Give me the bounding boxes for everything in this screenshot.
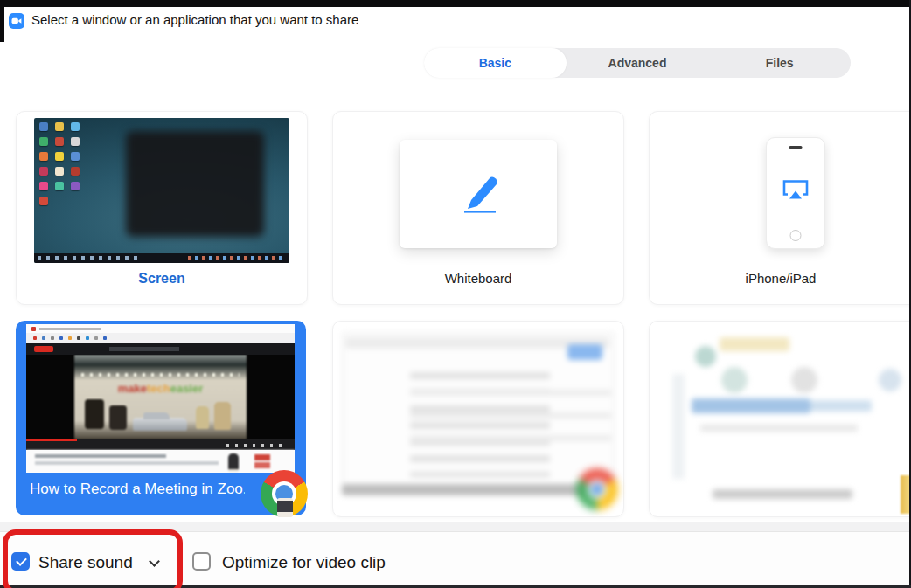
blurred-caption <box>342 484 590 495</box>
window-top-border <box>0 0 911 7</box>
bookmark-favicon-dot <box>68 336 72 340</box>
desktop-blurred-window <box>126 131 264 237</box>
tab-files[interactable]: Files <box>708 48 851 78</box>
blurred-sidebar <box>672 374 685 479</box>
chrome-icon <box>261 470 308 517</box>
bookmark-favicon-dot <box>51 336 54 340</box>
window-left-border <box>0 0 4 42</box>
scene-figurine <box>214 402 231 430</box>
video-title-word: make <box>118 382 147 395</box>
bookmark-favicon-dot <box>77 336 80 340</box>
string-lights <box>81 373 240 377</box>
screen-thumbnail <box>34 118 289 263</box>
tab-basic[interactable]: Basic <box>424 48 567 78</box>
desktop-icon-grid <box>39 122 80 205</box>
video-title-word: easier <box>170 382 204 395</box>
optimize-video-label[interactable]: Optimize for video clip <box>222 553 386 572</box>
tile-window-youtube-label: How to Record a Meeting in Zoo... <box>30 481 245 498</box>
desktop-icon <box>55 122 64 131</box>
tile-window-blurred-2[interactable] <box>649 321 911 517</box>
dialog-header: Select a window or an application that y… <box>0 7 911 42</box>
tab-advanced[interactable]: Advanced <box>567 48 709 78</box>
tile-window-blurred-1[interactable] <box>332 321 624 517</box>
share-sound-label[interactable]: Share sound <box>38 553 133 572</box>
video-player-area: maketecheasier <box>26 355 295 439</box>
blurred-icon-circle <box>879 369 901 391</box>
youtube-header <box>26 343 295 355</box>
scene-car <box>133 418 187 431</box>
desktop-icon <box>55 182 64 190</box>
dialog-title: Select a window or an application that y… <box>31 12 358 27</box>
desktop-icon <box>39 197 48 205</box>
bookmark-favicon-dot <box>94 336 98 340</box>
desktop-icon <box>39 167 48 176</box>
bookmark-favicon-dot <box>86 336 89 340</box>
chrome-icon <box>576 468 618 510</box>
video-scene: maketecheasier <box>74 355 246 439</box>
desktop-icon <box>71 122 80 131</box>
phone-home-button <box>790 230 802 241</box>
scene-figurine <box>196 406 209 429</box>
blurred-icon-circle <box>721 367 748 393</box>
blurred-window-content <box>650 322 911 516</box>
tile-whiteboard-label: Whiteboard <box>333 271 623 286</box>
tab-bar: Basic Advanced Files <box>424 48 851 78</box>
desktop-icon <box>71 152 80 161</box>
tile-screen[interactable]: Screen <box>16 111 308 305</box>
share-sound-checkbox[interactable] <box>11 552 30 571</box>
desktop-icon <box>39 152 48 161</box>
airplay-icon <box>782 179 810 205</box>
desktop-icon <box>55 152 64 161</box>
desktop-icon <box>39 182 48 190</box>
share-dialog: Select a window or an application that y… <box>0 0 911 588</box>
footer-bar: Share sound Optimize for video clip <box>0 531 911 586</box>
desktop-icon <box>39 122 48 131</box>
optimize-checkbox[interactable] <box>192 552 211 571</box>
desktop-icon <box>71 182 80 190</box>
blurred-yellow-bar <box>720 337 789 351</box>
scene-barrel <box>109 405 127 430</box>
whiteboard-card <box>400 140 557 248</box>
browser-thumbnail: maketecheasier <box>26 324 295 473</box>
desktop-taskbar <box>34 253 289 263</box>
blurred-logo-circle <box>695 346 716 367</box>
tile-iphone-ipad[interactable]: iPhone/iPad <box>649 111 911 305</box>
desktop-icon <box>71 137 80 146</box>
page-text-strip <box>26 450 295 473</box>
bookmark-favicon-dot <box>42 336 45 340</box>
blurred-blue-bar <box>810 400 872 412</box>
phone-graphic <box>766 137 825 249</box>
tile-iphone-label: iPhone/iPad <box>650 271 911 286</box>
blurred-icon-circle <box>791 367 817 393</box>
desktop-icon <box>39 137 48 146</box>
tile-screen-label: Screen <box>17 271 307 287</box>
penguin-figure <box>228 453 239 472</box>
thumbnail-figure-overlay <box>277 498 293 517</box>
zoom-camera-icon <box>9 13 24 29</box>
phone-speaker-slit <box>789 146 803 149</box>
blurred-blue-button <box>567 344 602 360</box>
bookmark-favicon-dot <box>103 336 107 340</box>
bookmarks-bar-dots <box>26 333 295 343</box>
blurred-caption <box>713 489 852 499</box>
pencil-icon <box>450 170 506 218</box>
bookmark-favicon-dot <box>59 336 63 340</box>
video-title-word: tech <box>147 382 170 395</box>
blurred-blue-bar <box>692 398 810 413</box>
tile-whiteboard[interactable]: Whiteboard <box>332 111 624 305</box>
browser-tab-strip <box>26 324 295 333</box>
video-title-text: maketecheasier <box>74 382 246 395</box>
player-controls-bar <box>26 439 295 450</box>
blurred-text-lines <box>410 390 611 442</box>
share-sound-dropdown-chevron-icon[interactable] <box>150 557 159 566</box>
desktop-icon <box>55 137 64 146</box>
tile-window-youtube[interactable]: maketecheasier How to Record a Meeting i… <box>16 321 306 515</box>
red-logo-mark <box>254 454 270 460</box>
desktop-icon <box>71 167 80 176</box>
blurred-text-line <box>700 425 858 432</box>
desktop-icon <box>55 167 64 176</box>
bookmark-favicon-dot <box>33 336 37 340</box>
scene-barrel <box>85 399 104 429</box>
tiles-bottom-band <box>0 522 911 531</box>
